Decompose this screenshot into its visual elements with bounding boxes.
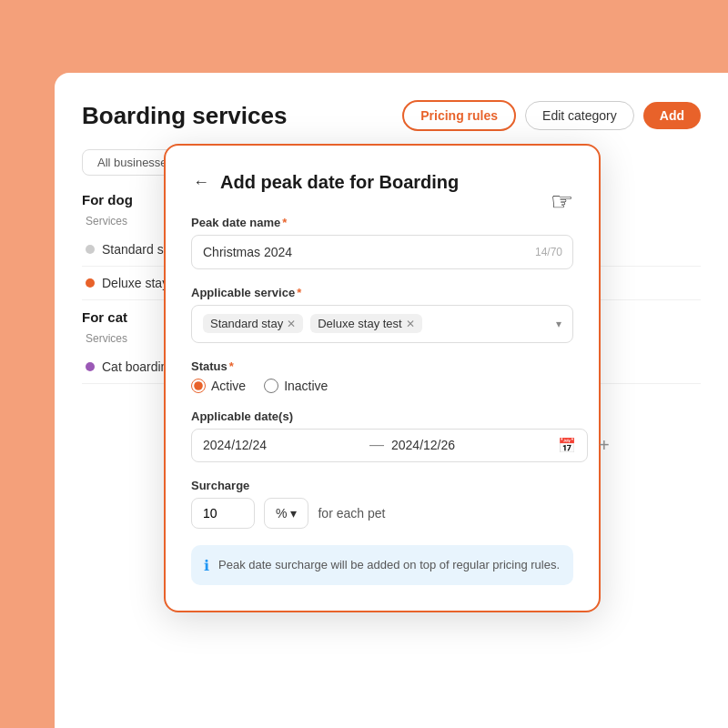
active-radio-label[interactable]: Active bbox=[191, 379, 246, 393]
modal-title: Add peak date for Boarding bbox=[220, 172, 459, 193]
peak-date-name-group: Peak date name * 14/70 bbox=[191, 216, 573, 269]
chevron-down-icon: ▾ bbox=[556, 318, 561, 330]
date-separator: — bbox=[369, 437, 384, 453]
surcharge-value-input[interactable] bbox=[191, 498, 255, 529]
add-peak-date-modal: ← Add peak date for Boarding Peak date n… bbox=[164, 144, 601, 612]
status-group: Status * Active Inactive bbox=[191, 359, 573, 393]
char-count: 14/70 bbox=[535, 246, 562, 258]
add-date-button[interactable]: + bbox=[599, 435, 610, 456]
tag-deluxe-stay: Deluxe stay test ✕ bbox=[310, 314, 422, 333]
status-label: Status * bbox=[191, 359, 573, 373]
surcharge-row: % ▾ for each pet bbox=[191, 498, 573, 529]
modal-header: ← Add peak date for Boarding bbox=[191, 171, 573, 194]
chevron-down-icon: ▾ bbox=[290, 506, 297, 521]
remove-standard-stay[interactable]: ✕ bbox=[287, 318, 296, 330]
info-box: ℹ Peak date surcharge will be added on t… bbox=[191, 545, 573, 585]
peak-date-name-input[interactable] bbox=[191, 235, 573, 269]
start-date-input[interactable] bbox=[203, 438, 362, 452]
info-icon: ℹ bbox=[204, 557, 209, 574]
status-radio-group: Active Inactive bbox=[191, 379, 573, 393]
calendar-icon[interactable]: 📅 bbox=[558, 437, 576, 454]
date-range-input: — 📅 bbox=[191, 429, 588, 462]
remove-deluxe-stay[interactable]: ✕ bbox=[406, 318, 415, 330]
required-marker: * bbox=[282, 216, 287, 229]
surcharge-unit-select[interactable]: % ▾ bbox=[264, 498, 308, 529]
applicable-service-select[interactable]: Standard stay ✕ Deluxe stay test ✕ ▾ bbox=[191, 305, 573, 343]
applicable-dates-group: Applicable date(s) — 📅 + bbox=[191, 410, 573, 462]
active-radio[interactable] bbox=[191, 379, 206, 393]
inactive-radio[interactable] bbox=[264, 379, 278, 393]
tag-standard-stay: Standard stay ✕ bbox=[203, 314, 303, 333]
applicable-service-label: Applicable service * bbox=[191, 286, 573, 299]
surcharge-group: Surcharge % ▾ for each pet bbox=[191, 479, 573, 529]
surcharge-label: Surcharge bbox=[191, 479, 573, 492]
info-text: Peak date surcharge will be added on top… bbox=[218, 556, 560, 574]
date-row: — 📅 + bbox=[191, 429, 573, 462]
peak-date-name-input-wrapper: 14/70 bbox=[191, 235, 573, 269]
end-date-input[interactable] bbox=[391, 438, 551, 452]
applicable-dates-label: Applicable date(s) bbox=[191, 410, 573, 423]
inactive-radio-label[interactable]: Inactive bbox=[264, 379, 328, 393]
required-marker: * bbox=[297, 286, 301, 299]
required-marker: * bbox=[229, 359, 234, 373]
peak-date-name-label: Peak date name * bbox=[191, 216, 573, 229]
back-button[interactable]: ← bbox=[191, 171, 211, 194]
surcharge-suffix: for each pet bbox=[318, 506, 385, 521]
modal-overlay: ← Add peak date for Boarding Peak date n… bbox=[0, 0, 728, 728]
applicable-service-group: Applicable service * Standard stay ✕ Del… bbox=[191, 286, 573, 343]
